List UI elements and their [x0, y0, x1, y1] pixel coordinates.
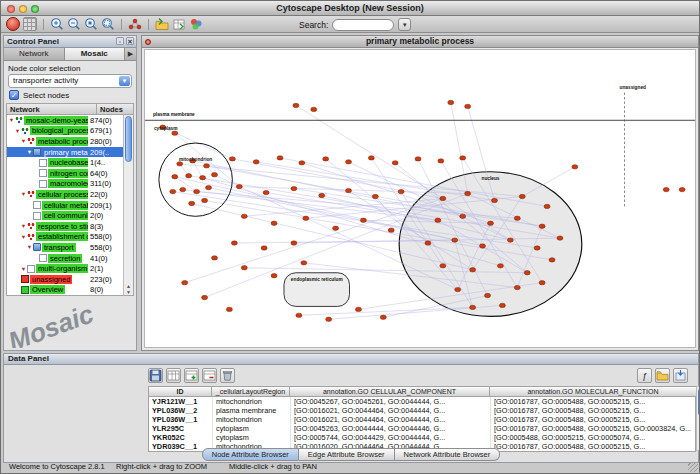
tree-row[interactable]: nitrogen compo..64(0) [7, 168, 123, 179]
network-node[interactable] [455, 287, 461, 291]
network-node[interactable] [301, 261, 307, 265]
network-node[interactable] [355, 307, 361, 311]
network-node[interactable] [572, 165, 578, 169]
network-node[interactable] [497, 264, 503, 268]
create-attribute-icon[interactable] [184, 368, 199, 383]
tree-row[interactable]: secretion41(0) [7, 253, 123, 264]
tab-node-attribute-browser[interactable]: Node Attribute Browser [202, 448, 299, 461]
network-node[interactable] [194, 189, 200, 193]
network-node[interactable] [271, 221, 277, 225]
zoom-out-icon[interactable] [67, 17, 81, 31]
network-node[interactable] [499, 303, 505, 307]
tab-mosaic[interactable]: Mosaic [65, 48, 126, 60]
tree-row[interactable]: cellular metabo..209(1) [7, 200, 123, 211]
table-row[interactable]: YJR121W__1mitochondrion[GO:0045267, GO:0… [149, 397, 695, 406]
function-icon[interactable]: ƒ [637, 368, 652, 383]
network-node[interactable] [470, 305, 476, 309]
network-node[interactable] [438, 159, 444, 163]
network-node[interactable] [319, 193, 325, 197]
tree-row[interactable]: ▼primary metab..209(.. [7, 147, 123, 158]
network-node[interactable] [452, 238, 458, 242]
tree-row[interactable]: ▼metabolic process280(0) [7, 136, 123, 147]
tab-network-attribute-browser[interactable]: Network Attribute Browser [395, 448, 501, 461]
table-row[interactable]: YLR295Ccytoplasm[GO:0045263, GO:0044444,… [149, 424, 695, 433]
network-node[interactable] [333, 226, 339, 230]
resize-grip[interactable] [688, 462, 698, 472]
network-node[interactable] [534, 246, 540, 250]
tab-network[interactable]: Network [4, 48, 65, 60]
network-node[interactable] [491, 198, 497, 202]
tree-row[interactable]: Overview8(0) [7, 285, 123, 296]
network-node[interactable] [299, 161, 305, 165]
network-node[interactable] [293, 103, 299, 107]
network-node[interactable] [470, 268, 476, 272]
maximize-window-button[interactable] [31, 5, 39, 13]
tree-row[interactable]: ▼cellular process22(0) [7, 189, 123, 200]
network-node[interactable] [189, 201, 195, 205]
network-node[interactable] [231, 241, 237, 245]
table-row[interactable]: YPL036W__2plasma membrane[GO:0016021, GO… [149, 406, 695, 415]
tree-column-network[interactable]: Network [7, 104, 97, 114]
import-network-icon[interactable] [155, 17, 169, 31]
network-node[interactable] [303, 216, 309, 220]
network-node[interactable] [277, 156, 283, 160]
network-node[interactable] [241, 266, 247, 270]
network-node[interactable] [544, 204, 550, 208]
import-icon[interactable] [673, 368, 688, 383]
network-node[interactable] [200, 176, 206, 180]
network-frame-titlebar[interactable]: primary metabolic process [142, 36, 698, 48]
network-node[interactable] [212, 173, 218, 177]
network-node[interactable] [311, 107, 317, 111]
expand-arrow-icon[interactable]: ▼ [20, 191, 27, 197]
network-node[interactable] [368, 156, 374, 160]
network-node[interactable] [360, 218, 366, 222]
network-node[interactable] [177, 162, 183, 166]
table-row[interactable]: YPL036W__1mitochondrion[GO:0016021, GO:0… [149, 415, 695, 424]
network-canvas[interactable]: plasma membrane cytoplasm mitochondrion … [144, 49, 696, 348]
network-node[interactable] [398, 189, 404, 193]
network-node[interactable] [435, 218, 441, 222]
search-options-icon[interactable]: ▾ [398, 18, 411, 31]
expand-arrow-icon[interactable]: ▼ [26, 244, 33, 250]
network-node[interactable] [296, 313, 302, 317]
delete-attribute-icon[interactable] [202, 368, 217, 383]
network-node[interactable] [172, 175, 178, 179]
network-node[interactable] [549, 258, 555, 262]
zoom-in-icon[interactable] [50, 17, 64, 31]
tree-row[interactable]: ▼multi-organism pro..2(1) [7, 263, 123, 274]
network-node[interactable] [323, 157, 329, 161]
session-icon[interactable] [6, 17, 20, 31]
tree-row[interactable]: ▼mosaic-demo-yeast874(0) [7, 115, 123, 126]
tree-row[interactable]: ▼establishment of lo..558(0) [7, 232, 123, 243]
network-node[interactable] [253, 160, 259, 164]
network-node[interactable] [448, 100, 454, 104]
network-node[interactable] [514, 285, 520, 289]
network-edge[interactable] [193, 161, 203, 178]
expand-arrow-icon[interactable]: ▼ [20, 266, 27, 272]
network-node[interactable] [226, 307, 232, 311]
column-header[interactable]: annotation.GO CELLULAR_COMPONENT [290, 386, 490, 397]
minimize-window-button[interactable] [19, 5, 27, 13]
first-neighbors-icon[interactable] [128, 17, 142, 31]
network-node[interactable] [485, 293, 491, 297]
zoom-selected-icon[interactable] [84, 17, 98, 31]
close-panel-icon[interactable]: ✕ [126, 37, 134, 45]
scrollbar-thumb[interactable] [125, 116, 132, 162]
import-attributes-icon[interactable] [172, 17, 186, 31]
network-node[interactable] [440, 196, 446, 200]
table-row[interactable]: YKR052Ccytoplasm[GO:0005744, GO:0044429,… [149, 433, 695, 442]
trash-icon[interactable] [220, 368, 235, 383]
frame-close-icon[interactable] [145, 39, 151, 45]
network-node[interactable] [539, 280, 545, 284]
network-node[interactable] [679, 187, 685, 191]
network-node[interactable] [326, 317, 332, 321]
network-node[interactable] [204, 164, 210, 168]
network-node[interactable] [388, 228, 394, 232]
expand-arrow-icon[interactable]: ▼ [20, 138, 27, 144]
tree-scrollbar[interactable]: ▲▼ [123, 115, 133, 295]
network-node[interactable] [425, 241, 431, 245]
column-header[interactable]: ID [148, 386, 212, 397]
network-node[interactable] [172, 131, 178, 135]
network-node[interactable] [206, 185, 212, 189]
network-node[interactable] [380, 315, 386, 319]
